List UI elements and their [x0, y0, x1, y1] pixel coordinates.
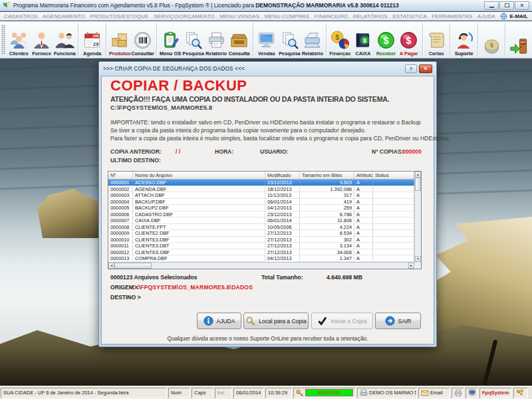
main-toolbar: ClientesForneceFuncionaJAN29AgendaProdut…: [0, 21, 532, 59]
toolbar-receber[interactable]: $Receber: [374, 22, 397, 57]
menu-servico-orcamento[interactable]: SERVIÇO/ORÇAMENTO: [154, 13, 215, 19]
cell-tamanho-em-bites: 1.347: [300, 255, 354, 261]
toolbar-menu-os[interactable]: Menu OS: [159, 22, 182, 57]
cell-modificado: 27/12/2013: [265, 243, 300, 249]
files-selected-count: 0000123 Arquivos Selecionados: [110, 274, 198, 281]
toolbar-label: Pesquisa: [182, 51, 203, 57]
dialog-close-button[interactable]: ×: [419, 65, 432, 73]
restore-button[interactable]: [499, 1, 514, 10]
menu-relatorios[interactable]: RELATÓRIOS: [353, 13, 388, 19]
toolbar-produtos[interactable]: Produtos: [108, 22, 131, 57]
toolbar-clientes[interactable]: Clientes: [7, 22, 30, 57]
table-row[interactable]: 0000012CLIENTES.DBF27/12/201334.006A: [108, 249, 414, 256]
start-copy-button: Iniciar a Copia: [311, 313, 373, 329]
toolbar-label: Relatório: [205, 51, 227, 57]
table-row[interactable]: 0000005BACKUP2.DBF04/12/2013259A: [108, 205, 414, 211]
cell-modificado: 23/12/2013: [265, 180, 300, 186]
table-row[interactable]: 0000004BACKUP.DBF06/01/2014419A: [108, 199, 414, 205]
desktop-wallpaper: >>> CRIAR COPIA DE SEGURANÇA DOS DADOS <…: [0, 59, 532, 386]
close-button[interactable]: ×: [515, 1, 529, 10]
toolbar-coin-icon[interactable]: $: [480, 22, 503, 57]
toolbar-label: Produtos: [109, 51, 130, 57]
table-row[interactable]: 0000008CLIENTE.FPT10/05/20064.224A: [108, 224, 414, 231]
cell-nome-do-arquivo: BACKUP.DBF: [133, 199, 265, 205]
exit-dialog-button[interactable]: SAIR: [375, 313, 421, 329]
cell-n: 0000010: [108, 237, 133, 243]
cell-tamanho-em-bites: 3.134: [300, 243, 354, 249]
drawer-icon: [229, 30, 249, 51]
toolbar-suporte[interactable]: Suporte: [452, 22, 475, 57]
toolbar-pesquisa[interactable]: Pesquisa: [278, 22, 301, 57]
backup-dialog-body: COPIAR / BACKUP ATENÇÃO!!! FAÇA UMA COPI…: [101, 76, 434, 344]
table-row[interactable]: 0000013COMPRA.DBF04/12/20131.347A: [108, 255, 414, 262]
menu-menu-compras[interactable]: MENU COMPRAS: [265, 13, 309, 19]
toolbar-fornece[interactable]: Fornece: [30, 22, 53, 57]
menu-agendamento[interactable]: AGENDAMENTO: [43, 13, 85, 19]
toolbar-consultar[interactable]: Consultar: [131, 22, 154, 57]
toolbar-cartas[interactable]: Cartas: [425, 22, 448, 57]
toolbar-funciona[interactable]: Funciona: [53, 22, 76, 57]
minimize-icon: [489, 7, 494, 8]
horizontal-scrollbar[interactable]: ◄ ►: [108, 262, 414, 269]
svg-text:JAN: JAN: [92, 35, 98, 38]
toolbar-relatorio[interactable]: Relatório: [301, 22, 324, 57]
help-button[interactable]: AJUDA: [197, 313, 241, 329]
status-license: DEMO OS MARMO 5.8: [357, 388, 417, 398]
choose-copy-location-button[interactable]: Local para a Copia: [243, 313, 309, 329]
table-row[interactable]: 0000010CLIENTE3.DBF27/12/2013302A: [108, 237, 414, 243]
menu-estatistica[interactable]: ESTATISTICA: [392, 13, 426, 19]
cell-modificado: 11/12/2013: [265, 192, 300, 198]
table-row[interactable]: 0000001ACESSO.DBF23/12/20133.503A: [108, 180, 414, 186]
scroll-down-icon[interactable]: ▼: [415, 256, 421, 262]
table-row[interactable]: 0000009CLIENTE2.DBF27/12/20136.534A: [108, 230, 414, 237]
minimize-button[interactable]: [484, 1, 499, 10]
table-row[interactable]: 0000007CAIXA.DBF06/01/201411.806A: [108, 217, 414, 224]
cell-tamanho-em-bites: 4.224: [300, 224, 354, 230]
products-icon: [110, 30, 130, 51]
horizontal-scroll-thumb[interactable]: [114, 263, 152, 269]
menu-financeiro[interactable]: FINANCEIRO: [315, 13, 348, 19]
cell-status: [373, 255, 414, 261]
status-email[interactable]: Email: [418, 388, 450, 398]
scroll-right-icon[interactable]: ►: [408, 263, 414, 269]
cell-status: [373, 205, 414, 211]
scroll-left-icon[interactable]: ◄: [108, 263, 114, 269]
table-row[interactable]: 0000006CADASTRO.DBF23/12/20136.786A: [108, 211, 414, 218]
status-date: 06/01/2014: [233, 388, 264, 398]
toolbar-caixa[interactable]: $CAIXA: [352, 22, 374, 57]
table-row[interactable]: 0000003ATTACH.DBF11/12/2013317A: [108, 192, 414, 199]
cell-status: [373, 243, 414, 249]
cell-status: [373, 192, 414, 198]
toolbar-vendas[interactable]: Vendas: [255, 22, 278, 57]
backup-dialog-titlebar[interactable]: >>> CRIAR COPIA DE SEGURANÇA DOS DADOS <…: [99, 62, 436, 76]
cell-tamanho-em-bites: 6.534: [300, 230, 354, 236]
cell-n: 0000001: [108, 180, 133, 186]
scroll-up-icon[interactable]: ▲: [415, 172, 421, 178]
toolbar-consulta[interactable]: Consulta: [227, 22, 250, 57]
menu-produtos-estoque[interactable]: PRODUTOS/ESTOQUE: [90, 13, 149, 19]
toolbar-pesquisa[interactable]: Pesquisa: [182, 22, 204, 57]
menu-cadastros[interactable]: CADASTROS: [4, 13, 38, 19]
vertical-scroll-thumb[interactable]: [415, 178, 421, 191]
toolbar-relatorio[interactable]: Relatório: [205, 22, 227, 57]
svg-text:$: $: [406, 35, 412, 46]
toolbar-financas[interactable]: $Finanças: [329, 22, 351, 57]
toolbar-agenda[interactable]: JAN29Agenda: [80, 22, 103, 57]
table-row[interactable]: 0000002AGENDA.DBF18/12/20131.392.086A: [108, 186, 414, 193]
printer-icon: [206, 30, 227, 51]
menu-menu-vendas[interactable]: MENU VENDAS: [219, 13, 259, 19]
menu-email[interactable]: E-MAIL: [500, 13, 528, 20]
employees-icon: [55, 30, 75, 51]
dialog-help-button[interactable]: ?: [405, 65, 417, 73]
menu-ajuda[interactable]: AJUDA: [477, 13, 495, 19]
menu-ferramentas[interactable]: FERRAMENTAS: [432, 13, 473, 19]
table-row[interactable]: 0000011CLIENTE3.DBT27/12/20133.134A: [108, 243, 414, 249]
toolbar-a-pagar[interactable]: $A Pagar: [398, 22, 420, 57]
toolbar-exit-door-icon[interactable]: EXIT: [507, 22, 530, 57]
exit-dialog-button-label: SAIR: [398, 318, 412, 325]
cell-n: 0000013: [108, 255, 133, 261]
toolbar-grip[interactable]: [1, 25, 5, 55]
vertical-scrollbar[interactable]: ▲ ▼: [414, 172, 421, 262]
toolbar-label: Relatório: [302, 51, 323, 57]
cell-n: 0000004: [108, 199, 133, 205]
